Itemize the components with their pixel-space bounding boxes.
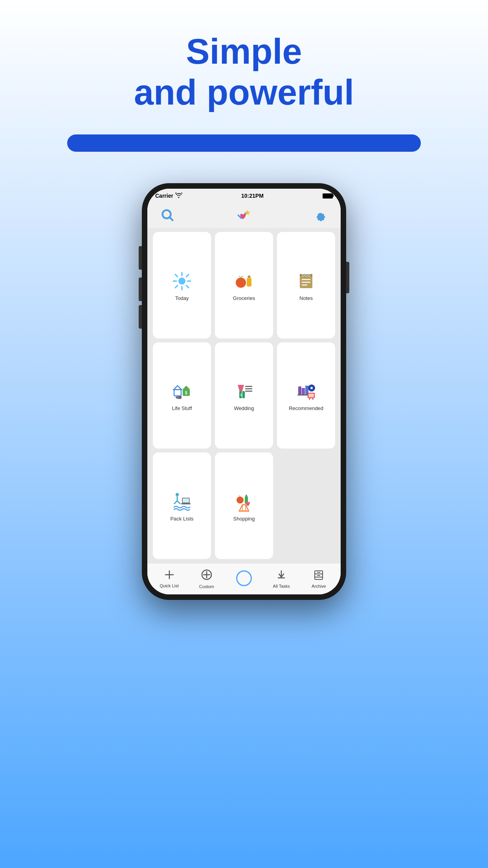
phone-screen: Carrier 10:21PM [147,189,341,594]
tab-bar: Quick List Custom [147,563,341,594]
today-label: Today [175,295,189,301]
svg-point-12 [236,278,246,288]
highlights-icon[interactable] [235,207,253,224]
grid-cell-today[interactable]: Today [153,232,211,338]
phone-mockup: Carrier 10:21PM [142,183,346,600]
status-bar: Carrier 10:21PM [147,189,341,203]
quick-list-label: Quick List [160,583,178,588]
svg-rect-44 [308,394,314,397]
time-label: 10:21PM [241,193,264,199]
svg-line-45 [309,398,310,400]
svg-point-29 [176,396,182,399]
svg-text:$: $ [185,391,187,395]
tab-all-tasks[interactable]: All Tasks [263,569,300,588]
carrier-label: Carrier [155,193,182,199]
all-tasks-icon [276,569,287,583]
grid-cell-life-stuff[interactable]: $ Life Stuff [153,342,211,449]
svg-line-49 [174,501,177,504]
shopping-label: Shopping [233,516,255,522]
svg-point-22 [305,274,307,276]
grid-cell-recommended[interactable]: Recommended [277,342,335,449]
svg-rect-13 [247,278,251,287]
wedding-icon: $ [233,380,255,402]
grid-cell-wedding[interactable]: $ Wedding [215,342,273,449]
svg-rect-56 [246,495,247,497]
shopping-icon [233,491,255,513]
tab-custom[interactable]: Custom [188,569,225,589]
svg-rect-15 [248,276,250,277]
svg-line-1 [170,217,173,221]
svg-point-21 [302,274,304,276]
life-stuff-icon: $ [171,380,193,402]
svg-line-10 [186,274,189,277]
svg-marker-25 [174,386,182,390]
settings-button[interactable] [312,207,329,224]
today-icon [171,270,193,292]
svg-point-23 [308,274,310,276]
app-grid: Today Groceries [147,228,341,563]
svg-line-9 [186,285,189,288]
tab-quick-list[interactable]: Quick List [150,570,188,588]
tab-home[interactable] [225,570,262,587]
svg-point-47 [176,493,179,496]
groceries-icon [233,270,255,292]
hero-title: Simple and powerful [134,31,354,113]
grid-cell-pack-lists[interactable]: Pack Lists [153,452,211,559]
grid-cell-groceries[interactable]: Groceries [215,232,273,338]
svg-rect-30 [180,396,181,399]
svg-point-0 [163,210,171,219]
top-nav [147,203,341,228]
svg-point-3 [178,278,185,285]
svg-point-54 [237,497,244,504]
notes-icon [295,270,317,292]
pack-lists-icon [171,491,193,513]
svg-marker-27 [182,386,190,390]
recommended-icon [295,380,317,402]
battery-icon [323,193,333,199]
svg-rect-37 [298,386,301,395]
groceries-label: Groceries [233,295,255,301]
search-button[interactable] [159,207,176,224]
pack-lists-label: Pack Lists [170,516,193,522]
grid-cell-shopping[interactable]: Shopping [215,452,273,559]
svg-line-8 [175,274,178,277]
home-circle-icon[interactable] [236,570,252,586]
custom-icon [201,569,213,583]
life-stuff-label: Life Stuff [172,405,192,411]
tab-archive[interactable]: Archive [300,569,338,588]
all-tasks-label: All Tasks [273,584,290,588]
svg-rect-53 [181,503,191,504]
grid-cell-notes[interactable]: Notes [277,232,335,338]
svg-line-11 [175,285,178,288]
svg-line-50 [177,501,180,504]
svg-rect-52 [183,498,189,502]
decorative-pill [67,134,421,152]
notes-label: Notes [299,295,313,301]
svg-point-42 [310,387,313,389]
archive-icon [313,569,324,583]
quick-list-icon [164,570,174,582]
svg-line-46 [312,398,313,400]
wifi-icon [175,193,182,199]
svg-rect-24 [174,390,181,396]
svg-rect-38 [302,388,305,395]
recommended-label: Recommended [289,405,323,411]
grid-cell-empty [277,452,335,559]
svg-text:$: $ [240,393,242,397]
wedding-label: Wedding [234,405,254,411]
custom-label: Custom [199,584,214,589]
archive-label: Archive [312,584,326,588]
